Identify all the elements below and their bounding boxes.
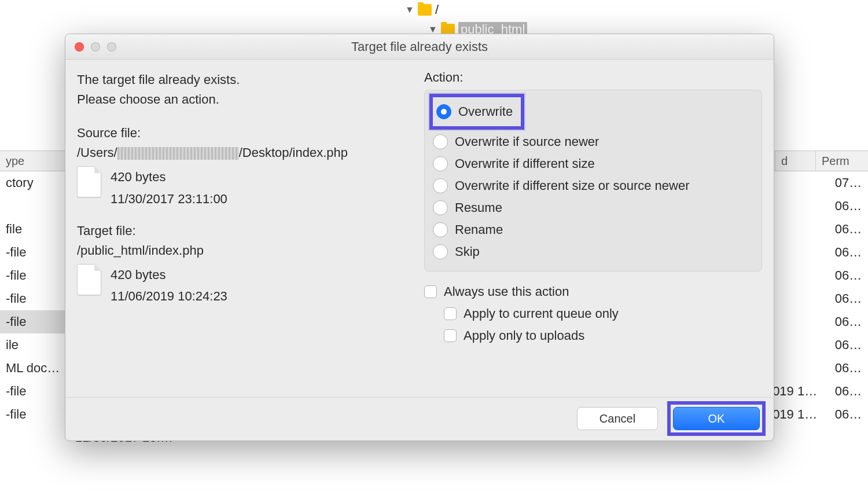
file-icon [77, 166, 101, 197]
column-header-d[interactable]: d [775, 151, 816, 171]
always-use-action-checkbox[interactable] [424, 285, 437, 298]
action-radio-label: Overwrite if different size or source ne… [455, 178, 690, 193]
action-radio[interactable] [433, 178, 448, 193]
apply-uploads-only-label: Apply only to uploads [464, 328, 584, 343]
action-radio-label: Skip [455, 244, 480, 259]
action-radio-label: Overwrite [458, 104, 513, 119]
file-exists-dialog: Target file already exists The target fi… [65, 34, 774, 441]
action-radio-row[interactable]: Rename [433, 219, 753, 241]
column-header-type[interactable]: ype [0, 151, 69, 171]
action-radio-row[interactable]: Overwrite [436, 101, 513, 123]
message-line: The target file already exists. [77, 70, 401, 90]
action-radio[interactable] [433, 156, 448, 171]
dialog-title: Target file already exists [65, 39, 774, 54]
action-radio-label: Resume [455, 200, 502, 215]
apply-current-queue-checkbox-row: Apply to current queue only [444, 303, 762, 325]
file-icon [77, 264, 101, 295]
cancel-button[interactable]: Cancel [577, 407, 658, 430]
apply-current-queue-checkbox[interactable] [444, 307, 457, 320]
target-file-date: 11/06/2019 10:24:23 [111, 285, 227, 307]
ok-button[interactable]: OK [673, 407, 760, 430]
message-line: Please choose an action. [77, 90, 401, 109]
action-radio-row[interactable]: Overwrite if source newer [433, 131, 753, 153]
apply-current-queue-label: Apply to current queue only [464, 306, 619, 321]
close-window-button[interactable] [75, 42, 84, 52]
overwrite-highlight: Overwrite [429, 94, 524, 130]
action-radio-row[interactable]: Overwrite if different size [433, 153, 753, 175]
minimize-window-button [91, 42, 100, 52]
column-header-perm[interactable]: Perm [816, 151, 868, 171]
source-file-path: /Users//Desktop/index.php [77, 145, 401, 160]
tree-label: / [435, 2, 439, 17]
action-radio[interactable] [433, 200, 448, 215]
tree-row[interactable]: ▼ / [405, 0, 527, 20]
apply-uploads-only-checkbox-row: Apply only to uploads [444, 325, 762, 347]
file-info-pane: The target file already exists. Please c… [77, 70, 401, 392]
action-radio-row[interactable]: Resume [433, 197, 753, 219]
action-label: Action: [424, 70, 762, 85]
folder-icon [418, 4, 432, 16]
action-pane: Action: OverwriteOverwrite if source new… [424, 70, 762, 392]
source-file-size: 420 bytes [111, 166, 227, 188]
dialog-footer: Cancel OK [65, 397, 774, 441]
action-radio-label: Overwrite if different size [455, 156, 595, 171]
action-radio[interactable] [433, 222, 448, 237]
disclosure-triangle-icon[interactable]: ▼ [405, 5, 414, 15]
action-radio[interactable] [436, 104, 451, 119]
dialog-titlebar[interactable]: Target file already exists [65, 34, 774, 60]
target-file-size: 420 bytes [111, 264, 227, 285]
apply-uploads-only-checkbox[interactable] [444, 329, 457, 342]
source-file-details: 420 bytes 11/30/2017 23:11:00 [77, 166, 401, 210]
redacted-text [117, 147, 239, 160]
target-file-path: /public_html/index.php [77, 243, 401, 258]
action-radio-label: Rename [455, 222, 503, 237]
source-file-label: Source file: [77, 126, 401, 141]
action-radio-row[interactable]: Overwrite if different size or source ne… [433, 175, 753, 197]
ok-button-highlight: OK [667, 401, 766, 436]
always-use-action-label: Always use this action [444, 284, 569, 299]
action-radio-label: Overwrite if source newer [455, 134, 599, 149]
always-use-action-checkbox-row: Always use this action [424, 281, 762, 303]
window-controls [75, 42, 116, 52]
action-radio[interactable] [433, 244, 448, 259]
target-file-details: 420 bytes 11/06/2019 10:24:23 [77, 264, 401, 307]
zoom-window-button [107, 42, 116, 52]
action-radio[interactable] [433, 134, 448, 149]
target-file-label: Target file: [77, 223, 401, 239]
dialog-message: The target file already exists. Please c… [77, 70, 401, 109]
action-radio-group: OverwriteOverwrite if source newerOverwr… [424, 90, 762, 271]
action-radio-row[interactable]: Skip [433, 241, 753, 263]
source-file-date: 11/30/2017 23:11:00 [111, 188, 227, 210]
